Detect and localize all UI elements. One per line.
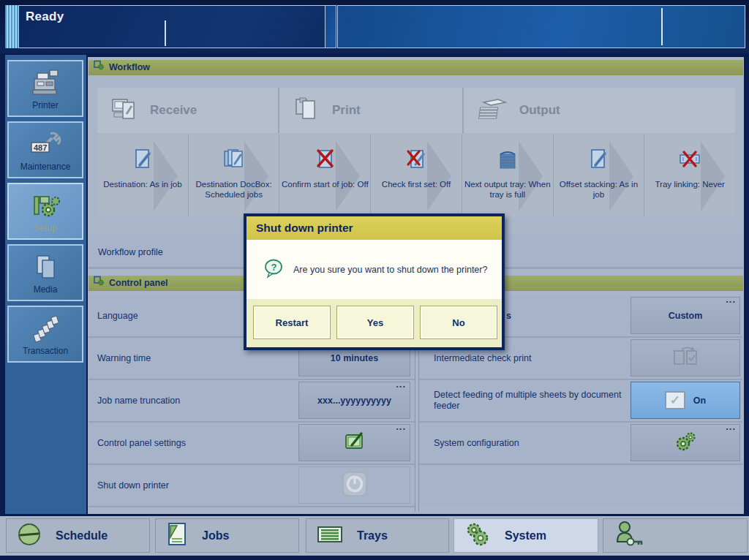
control-panel-header-icon — [94, 276, 105, 291]
row-detect-multiple-sheets: Detect feeding of multiple sheets by doc… — [419, 380, 742, 423]
checkbox-checked-icon: ✓ — [665, 391, 685, 409]
setup-gears-icon — [29, 191, 62, 224]
key-person-icon — [613, 520, 645, 552]
row-label: Shut down printer — [97, 465, 169, 506]
custom-value-button[interactable]: ... Custom — [631, 297, 740, 334]
setting-tray-linking[interactable]: Tray linking: Never — [644, 135, 735, 217]
tab-label: Print — [332, 103, 361, 118]
setting-destination-docbox[interactable]: Destination DocBox: Scheduled jobs — [189, 135, 279, 217]
control-panel-header-label: Control panel — [109, 276, 168, 291]
status-panel-divider — [165, 20, 166, 46]
trays-icon — [316, 523, 344, 549]
intermediate-check-print-button[interactable] — [631, 339, 740, 377]
setting-confirm-start[interactable]: Confirm start of job: Off — [279, 135, 370, 217]
transaction-pages-icon — [29, 314, 62, 347]
detect-multiple-sheets-value: On — [693, 396, 706, 406]
status-small-panel — [325, 5, 336, 48]
setting-check-first-set[interactable]: Check first set: Off — [371, 135, 462, 217]
setting-label: Destination DocBox: Scheduled jobs — [190, 179, 278, 200]
media-sheets-icon — [29, 252, 62, 286]
workflow-tabs: Receive Print — [97, 88, 735, 133]
setting-label: Offset stacking: As in job — [555, 179, 643, 200]
tab-trays[interactable]: Trays — [306, 518, 449, 553]
control-panel-settings-button[interactable]: ... — [298, 424, 410, 461]
tray-red-x-icon — [677, 147, 703, 176]
shutdown-dialog: Shut down printer ? Are you sure you wan… — [244, 213, 505, 350]
row-label: System configuration — [434, 423, 519, 463]
tab-receive[interactable]: Receive — [97, 88, 278, 133]
dialog-body: ? Are you sure you want to shut down the… — [246, 240, 502, 299]
tab-label: Schedule — [56, 529, 108, 542]
sidebar-item-label: Setup — [9, 223, 82, 233]
maintenance-counter-wrench-icon: 487 — [29, 129, 62, 163]
more-options-indicator: ... — [396, 380, 406, 389]
restart-button[interactable]: Restart — [253, 306, 331, 339]
row-label: Detect feeding of multiple sheets by doc… — [434, 380, 631, 421]
setting-label: Destination: As in job — [99, 179, 187, 189]
sidebar-item-label: Maintenance — [9, 162, 82, 172]
status-cursor-tick — [661, 8, 663, 45]
row-label: Job name truncation — [97, 380, 180, 421]
docbox-pages-icon — [221, 147, 247, 176]
shut-down-printer-button[interactable] — [298, 466, 410, 504]
yes-button[interactable]: Yes — [336, 306, 414, 339]
jobs-document-icon — [165, 521, 189, 550]
svg-text:?: ? — [271, 261, 277, 272]
tab-label: Output — [519, 103, 560, 118]
tray-stack-icon — [494, 147, 521, 176]
tab-label: Trays — [357, 529, 388, 542]
workflow-section-header: Workflow — [89, 60, 743, 75]
workflow-header-icon — [94, 60, 105, 75]
page-pencil-red-x-icon — [403, 147, 429, 176]
setting-label: Check first set: Off — [372, 179, 460, 189]
sidebar-item-transaction[interactable]: Transaction — [7, 306, 83, 363]
operator-key-button[interactable] — [603, 518, 748, 553]
tab-print[interactable]: Print — [279, 88, 462, 133]
job-name-truncation-value: xxx...yyyyyyyyyy — [317, 396, 391, 406]
question-bubble-icon: ? — [263, 258, 284, 281]
setting-next-output-tray[interactable]: Next output tray: When tray is full — [462, 135, 553, 217]
status-secondary-panel — [337, 5, 745, 48]
page-red-x-icon — [312, 147, 338, 176]
more-options-indicator: ... — [726, 423, 736, 431]
sidebar-item-printer[interactable]: Printer — [7, 60, 83, 117]
tab-schedule[interactable]: Schedule — [6, 518, 150, 553]
dialog-title: Shut down printer — [246, 216, 502, 240]
print-icon — [292, 95, 321, 126]
custom-value: Custom — [669, 311, 703, 321]
row-label-fragment: s — [506, 295, 511, 336]
edit-icon — [342, 431, 367, 455]
power-icon — [341, 471, 369, 499]
dialog-message: Are you sure you want to shut down the p… — [293, 265, 487, 275]
detect-multiple-sheets-toggle[interactable]: ✓ On — [631, 382, 740, 419]
bottom-tab-bar: Schedule Jobs — [0, 516, 749, 556]
setting-offset-stacking[interactable]: Offset stacking: As in job — [554, 135, 644, 217]
output-icon — [476, 95, 508, 126]
tab-label: System — [505, 529, 546, 542]
row-job-name-truncation: Job name truncation ... xxx...yyyyyyyyyy — [89, 380, 415, 423]
sidebar-item-setup[interactable]: Setup — [7, 183, 83, 240]
sidebar-item-maintenance[interactable]: 487 Maintenance — [7, 121, 83, 178]
tab-label: Jobs — [202, 529, 229, 542]
setting-label: Confirm start of job: Off — [281, 179, 369, 189]
more-options-indicator: ... — [396, 423, 406, 431]
status-bar: Ready — [0, 0, 749, 53]
dialog-button-bar: Restart Yes No — [246, 299, 502, 347]
setting-destination[interactable]: Destination: As in job — [97, 135, 188, 217]
warning-time-value: 10 minutes — [331, 353, 378, 363]
system-configuration-button[interactable]: ... — [631, 424, 740, 461]
tab-system[interactable]: System — [453, 518, 598, 553]
sidebar: Printer 487 Maintenance Setup — [5, 55, 86, 514]
job-name-truncation-value-button[interactable]: ... xxx...yyyyyyyyyy — [298, 382, 410, 419]
row-shut-down-printer: Shut down printer — [89, 465, 415, 507]
system-gears-icon — [464, 521, 492, 551]
tab-output[interactable]: Output — [464, 88, 735, 133]
workflow-header-label: Workflow — [109, 60, 150, 75]
no-button[interactable]: No — [420, 306, 497, 339]
tab-jobs[interactable]: Jobs — [155, 518, 299, 553]
more-options-indicator: ... — [726, 295, 736, 304]
page-pencil-icon — [129, 147, 156, 176]
sidebar-item-media[interactable]: Media — [7, 244, 83, 301]
sidebar-item-label: Transaction — [9, 346, 82, 356]
counter-digits: 487 — [34, 143, 47, 152]
